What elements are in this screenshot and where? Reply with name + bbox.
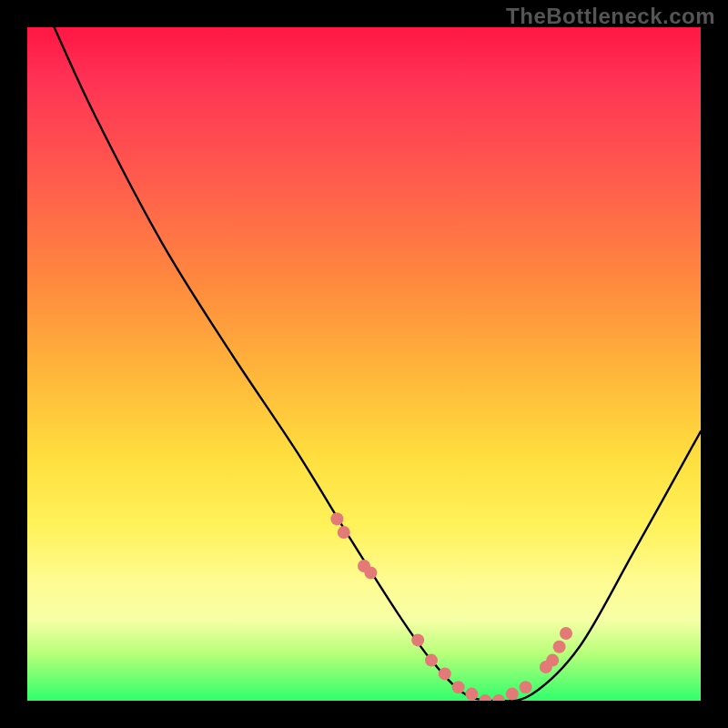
marker-dot [330, 512, 343, 525]
marker-dot [452, 681, 465, 693]
marker-dot [439, 667, 451, 680]
marker-dot [479, 694, 491, 701]
bottleneck-curve [55, 27, 701, 701]
marker-dot [465, 688, 478, 701]
marker-dot [425, 654, 438, 667]
marker-dots [330, 512, 572, 701]
marker-dot [520, 681, 532, 693]
plot-area [27, 27, 701, 701]
marker-dot [560, 627, 572, 640]
watermark-text: TheBottleneck.com [506, 4, 715, 29]
curve-svg [27, 27, 701, 701]
marker-dot [553, 641, 566, 653]
chart-frame: TheBottleneck.com [0, 0, 728, 728]
marker-dot [364, 566, 377, 579]
marker-dot [492, 694, 505, 701]
marker-dot [546, 654, 559, 667]
marker-dot [506, 688, 519, 701]
marker-dot [411, 633, 424, 646]
marker-dot [338, 526, 350, 539]
